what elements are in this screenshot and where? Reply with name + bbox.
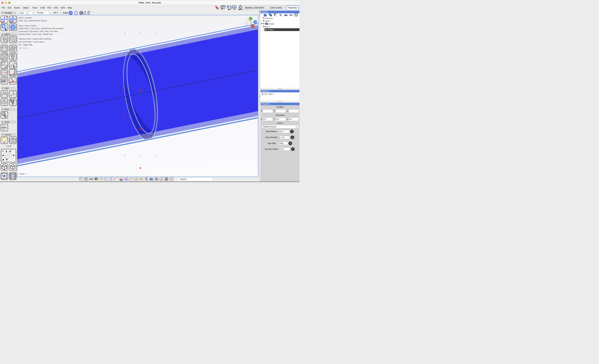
- svg-text:Z: Z: [252, 26, 253, 27]
- svg-text:X: X: [255, 21, 256, 23]
- svg-text:XX: XX: [3, 91, 6, 94]
- svg-text:Sh: Sh: [91, 178, 93, 180]
- svg-text:Y: Y: [250, 18, 251, 20]
- svg-text:G: G: [141, 178, 142, 180]
- svg-text://: //: [2, 129, 5, 131]
- svg-text:Code;: Code;: [2, 127, 7, 129]
- svg-text:Z: Z: [248, 19, 249, 21]
- svg-text:Y: Y: [161, 178, 162, 179]
- svg-text:X: X: [246, 23, 247, 25]
- svg-text:X: X: [162, 179, 163, 180]
- svg-text:Y: Y: [250, 27, 251, 28]
